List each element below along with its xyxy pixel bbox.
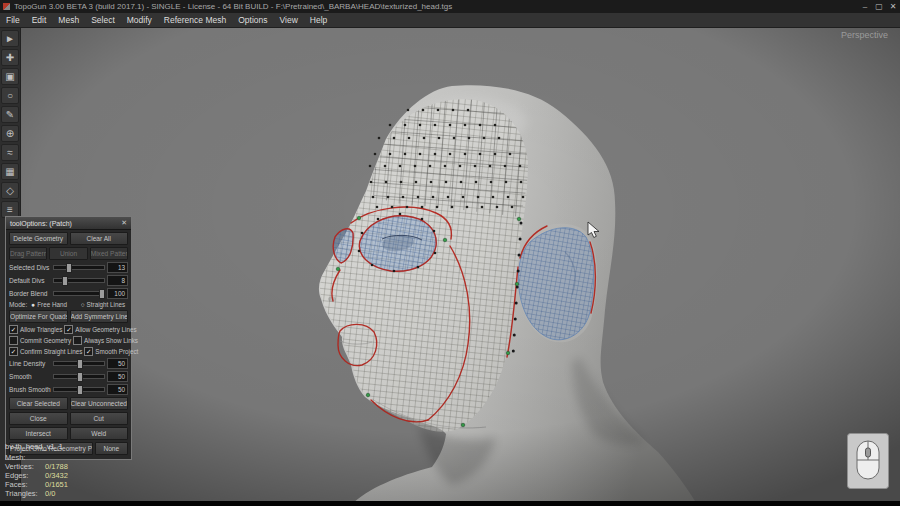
- menu-help[interactable]: Help: [304, 13, 333, 27]
- brush-smooth-slider[interactable]: [53, 387, 105, 392]
- allow-geometry-lines-checkbox[interactable]: ✓ Allow Geometry Lines: [64, 325, 136, 334]
- confirm-straight-lines-checkbox[interactable]: ✓ Confirm Straight Lines: [9, 347, 82, 356]
- window-title: TopoGun 3.00 BETA 3 (build 2017.1) - SIN…: [14, 2, 858, 11]
- add-symmetry-line-button[interactable]: Add Symmetry Line: [70, 310, 129, 323]
- brush-smooth-value: 50: [107, 384, 128, 395]
- union-button[interactable]: Union: [49, 247, 87, 260]
- mouse-helper-widget: [847, 433, 889, 493]
- mesh-filename: bv-th_head_v1_1: [5, 442, 68, 451]
- line-density-slider[interactable]: [53, 361, 105, 366]
- default-divs-slider[interactable]: [53, 278, 105, 283]
- minimize-button[interactable]: –: [858, 2, 872, 11]
- intersect-button[interactable]: Intersect: [9, 427, 68, 440]
- allow-triangles-checkbox[interactable]: ✓ Allow Triangles: [9, 325, 62, 334]
- smooth-value: 50: [107, 371, 128, 382]
- mouse-icon: [847, 433, 889, 489]
- line-density-value: 50: [107, 358, 128, 369]
- optimize-for-quads-button[interactable]: Optimize For Quads: [9, 310, 68, 323]
- line-density-label: Line Density: [9, 360, 51, 367]
- radio-on-icon: ●: [31, 301, 35, 308]
- smooth-label: Smooth: [9, 373, 51, 380]
- stat-triangles: Triangles:0/0: [5, 489, 68, 498]
- always-show-links-checkbox[interactable]: Always Show Links: [73, 336, 138, 345]
- confirm-straight-lines-label: Confirm Straight Lines: [20, 348, 82, 355]
- delete-geometry-button[interactable]: Delete Geometry: [9, 232, 68, 245]
- mode-freehand-radio[interactable]: ● Free Hand: [31, 301, 78, 308]
- close-button[interactable]: ✕: [886, 2, 900, 11]
- tool-options-panel: toolOptions: (Patch) ✕ Delete Geometry C…: [5, 216, 132, 460]
- vignette: [20, 27, 900, 506]
- stat-vertices: Vertices:0/1788: [5, 462, 68, 471]
- checkbox-icon: ✓: [9, 325, 18, 334]
- checkbox-icon: ✓: [64, 325, 73, 334]
- clear-all-button[interactable]: Clear All: [70, 232, 129, 245]
- loop-tool-icon[interactable]: ○: [1, 87, 19, 104]
- drag-pattern-button[interactable]: Drag Pattern: [9, 247, 47, 260]
- grid-tool-icon[interactable]: ▦: [1, 163, 19, 180]
- checkbox-icon: ✓: [84, 347, 93, 356]
- mode-freehand-label: Free Hand: [37, 301, 67, 308]
- smooth-tool-icon[interactable]: ≈: [1, 144, 19, 161]
- draw-tool-icon[interactable]: ✎: [1, 106, 19, 123]
- checkbox-icon: ✓: [9, 347, 18, 356]
- letterbox-bar: [0, 501, 900, 506]
- panel-titlebar[interactable]: toolOptions: (Patch) ✕: [6, 217, 131, 230]
- smooth-slider[interactable]: [53, 374, 105, 379]
- panel-title: toolOptions: (Patch): [10, 220, 72, 227]
- allow-triangles-label: Allow Triangles: [20, 326, 62, 333]
- stat-edges: Edges:0/3432: [5, 471, 68, 480]
- none-button[interactable]: None: [95, 442, 128, 455]
- window-titlebar: TopoGun 3.00 BETA 3 (build 2017.1) - SIN…: [0, 0, 900, 14]
- menu-bar: File Edit Mesh Select Modify Reference M…: [0, 13, 900, 28]
- menu-select[interactable]: Select: [85, 13, 121, 27]
- border-blend-slider[interactable]: [53, 291, 105, 296]
- panel-close-icon[interactable]: ✕: [121, 219, 127, 227]
- patch-tool-icon[interactable]: ▣: [1, 68, 19, 85]
- smooth-project-label: Smooth Project: [95, 348, 138, 355]
- checkbox-icon: [73, 336, 82, 345]
- brush-smooth-label: Brush Smooth: [9, 386, 51, 393]
- default-divs-label: Default Divs: [9, 277, 51, 284]
- mixed-pattern-button[interactable]: Mixed Pattern: [90, 247, 128, 260]
- menu-file[interactable]: File: [0, 13, 26, 27]
- maximize-button[interactable]: ▢: [872, 2, 886, 11]
- always-show-links-label: Always Show Links: [84, 337, 138, 344]
- mesh-section-label: Mesh:: [5, 453, 68, 462]
- menu-options[interactable]: Options: [232, 13, 273, 27]
- diamond-tool-icon[interactable]: ◇: [1, 182, 19, 199]
- border-blend-value: 100: [107, 288, 128, 299]
- menu-mesh[interactable]: Mesh: [52, 13, 85, 27]
- move-tool-icon[interactable]: ✚: [1, 49, 19, 66]
- checkbox-icon: [9, 336, 18, 345]
- clear-selected-button[interactable]: Clear Selected: [9, 397, 68, 410]
- perspective-label: Perspective: [841, 30, 888, 40]
- menu-reference-mesh[interactable]: Reference Mesh: [158, 13, 232, 27]
- stat-faces: Faces:0/1651: [5, 480, 68, 489]
- smooth-project-checkbox[interactable]: ✓ Smooth Project: [84, 347, 138, 356]
- viewport-canvas[interactable]: [20, 27, 900, 506]
- commit-geometry-label: Commit Geometry: [20, 337, 71, 344]
- menu-edit[interactable]: Edit: [26, 13, 53, 27]
- project-tool-icon[interactable]: ⊕: [1, 125, 19, 142]
- border-blend-label: Border Blend: [9, 290, 51, 297]
- viewport[interactable]: [20, 27, 900, 506]
- menu-modify[interactable]: Modify: [121, 13, 158, 27]
- menu-view[interactable]: View: [274, 13, 304, 27]
- close-patch-button[interactable]: Close: [9, 412, 68, 425]
- mode-straight-lines-radio[interactable]: ○ Straight Lines: [81, 301, 128, 308]
- cut-button[interactable]: Cut: [70, 412, 129, 425]
- mode-label: Mode:: [9, 301, 27, 308]
- mesh-stats: bv-th_head_v1_1 Mesh: Vertices:0/1788 Ed…: [5, 442, 68, 498]
- selected-divs-slider[interactable]: [53, 265, 105, 270]
- mode-straight-lines-label: Straight Lines: [87, 301, 126, 308]
- selected-divs-value: 13: [107, 262, 128, 273]
- arrow-tool-icon[interactable]: ►: [1, 30, 19, 47]
- radio-off-icon: ○: [81, 301, 85, 308]
- default-divs-value: 8: [107, 275, 128, 286]
- weld-button[interactable]: Weld: [70, 427, 129, 440]
- allow-geometry-lines-label: Allow Geometry Lines: [75, 326, 136, 333]
- selected-divs-label: Selected Divs: [9, 264, 51, 271]
- app-icon: [3, 3, 10, 10]
- clear-unconnected-button[interactable]: Clear Unconnected: [70, 397, 129, 410]
- commit-geometry-checkbox[interactable]: Commit Geometry: [9, 336, 71, 345]
